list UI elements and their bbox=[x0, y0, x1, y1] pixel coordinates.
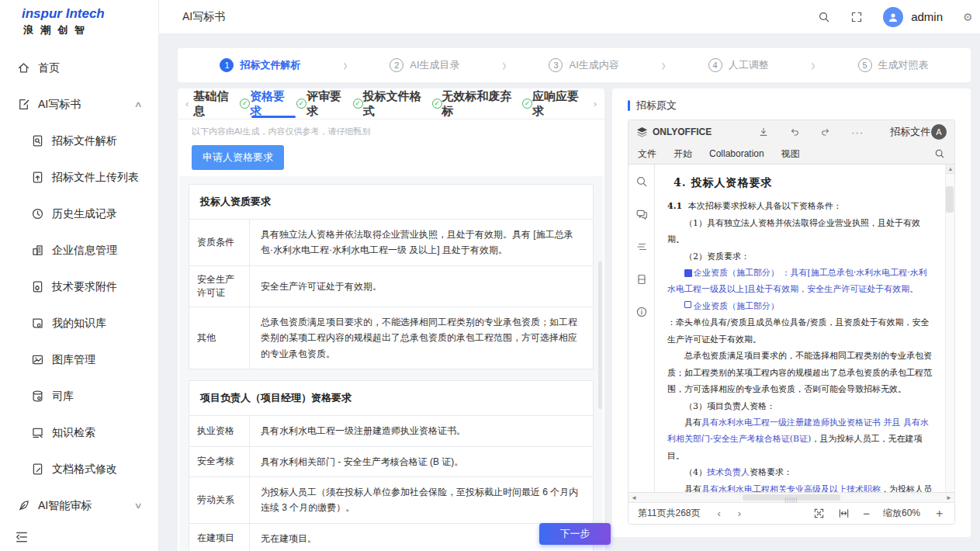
menu-item-1[interactable]: 文件 bbox=[638, 147, 656, 161]
tab-3[interactable]: 评审要求✓ bbox=[306, 88, 363, 120]
step-1[interactable]: 1招标文件解析 bbox=[220, 58, 300, 72]
sidebar-group-ai-bid-writing[interactable]: AI写标书 ∧ bbox=[0, 86, 158, 123]
tabs-scroll-left-icon[interactable]: ‹ bbox=[182, 98, 192, 109]
step-number: 3 bbox=[549, 58, 563, 72]
sidebar-item-home[interactable]: 首页 bbox=[0, 50, 158, 86]
doc-search-icon[interactable] bbox=[635, 175, 648, 188]
sidebar-group-label: AI写标书 bbox=[38, 98, 81, 112]
scroll-right-icon[interactable]: ► bbox=[944, 494, 954, 501]
home-icon bbox=[17, 61, 30, 75]
sidebar-item-4[interactable]: 企业信息管理 bbox=[0, 232, 158, 269]
zoom-controls: − 缩放60% ＋ bbox=[813, 506, 945, 521]
onlyoffice-brand: ONLYOFFICE bbox=[636, 126, 712, 138]
scrollbar-thumb[interactable] bbox=[946, 186, 954, 213]
sidebar-item-8[interactable]: 司库 bbox=[0, 378, 158, 414]
username[interactable]: admin bbox=[911, 10, 943, 23]
step-4[interactable]: 4人工调整 bbox=[708, 58, 769, 72]
doc-upload-icon bbox=[31, 171, 44, 184]
step-3[interactable]: 3AI生成内容 bbox=[549, 58, 618, 72]
zoom-out-icon[interactable]: − bbox=[863, 507, 870, 520]
tab-label: 投标文件格式 bbox=[363, 89, 431, 119]
zoom-level: 缩放60% bbox=[883, 507, 920, 520]
row-value: 为投标人员工（须在投标人单位参加社会保险，至投标截止时间最近 6 个月内连续 3… bbox=[250, 476, 594, 523]
hscroll-track[interactable]: |||||| bbox=[639, 493, 944, 502]
headings-nav-icon[interactable] bbox=[635, 241, 648, 253]
checked-checkbox-icon: ✓ bbox=[684, 269, 692, 277]
tab-2[interactable]: 资格要求✓ bbox=[250, 88, 306, 120]
tab-check-icon: ✓ bbox=[432, 99, 442, 109]
row-label: 执业资格 bbox=[189, 416, 250, 446]
book-search-icon bbox=[31, 317, 44, 330]
search-icon[interactable] bbox=[818, 11, 830, 23]
tabs-scroll-right-icon[interactable]: › bbox=[590, 98, 600, 109]
chevron-down-icon[interactable]: ∨ bbox=[133, 501, 142, 511]
tab-check-icon: ✓ bbox=[522, 99, 532, 109]
document-page[interactable]: 4. 投标人资格要求 4.1 本次招标要求投标人具备以下资格条件：（1）具有独立… bbox=[655, 165, 945, 492]
fullscreen-icon[interactable] bbox=[850, 11, 863, 23]
doc-horizontal-scrollbar[interactable]: ◄ |||||| ► bbox=[629, 492, 954, 502]
redo-icon[interactable] bbox=[820, 126, 831, 137]
download-icon[interactable] bbox=[758, 126, 769, 137]
doc-vertical-scrollbar[interactable]: ▲ bbox=[945, 165, 954, 492]
viewer-avatar[interactable]: A bbox=[931, 124, 947, 140]
step-label: AI生成目录 bbox=[410, 58, 459, 72]
comments-icon[interactable] bbox=[635, 208, 648, 220]
table-title: 项目负责人（项目经理）资格要求 bbox=[189, 381, 594, 416]
sidebar-submenu: 招标文件解析招标文件上传列表历史生成记录企业信息管理技术要求附件我的知识库图库管… bbox=[0, 123, 158, 487]
hscroll-thumb[interactable]: |||||| bbox=[743, 494, 840, 501]
menu-item-4[interactable]: 视图 bbox=[781, 147, 800, 161]
page-thumbnails-icon[interactable] bbox=[635, 273, 648, 286]
sidebar-item-label: 我的知识库 bbox=[52, 317, 106, 331]
zoom-in-icon[interactable]: ＋ bbox=[933, 506, 945, 521]
panel-title-row: 招标原文 bbox=[612, 88, 971, 120]
doc-text: 具有水利水电工程相关专业高级及以上技术职称 bbox=[701, 484, 881, 492]
applicant-qualification-button[interactable]: 申请人资格要求 bbox=[192, 145, 284, 170]
sidebar-collapse-icon[interactable] bbox=[14, 529, 29, 545]
sidebar-item-5[interactable]: 技术要求附件 bbox=[0, 269, 158, 305]
sidebar-item-10[interactable]: 文档格式修改 bbox=[0, 451, 158, 487]
tab-5[interactable]: 无效标和废弃标✓ bbox=[442, 88, 532, 120]
row-label: 劳动关系 bbox=[189, 476, 250, 523]
row-label: 在建项目 bbox=[189, 523, 250, 551]
sidebar-item-1[interactable]: 招标文件解析 bbox=[0, 123, 158, 159]
main-scrollbar[interactable] bbox=[598, 262, 602, 409]
prev-page-icon[interactable]: ‹ bbox=[717, 508, 720, 519]
sidebar-item-7[interactable]: 图库管理 bbox=[0, 341, 158, 378]
menu-item-3[interactable]: Collaboration bbox=[709, 148, 764, 159]
menu-item-2[interactable]: 开始 bbox=[674, 147, 692, 161]
next-page-icon[interactable]: › bbox=[738, 508, 741, 519]
viewer-menu: 文件开始Collaboration视图 bbox=[629, 144, 954, 165]
fit-page-icon[interactable] bbox=[813, 508, 825, 519]
doc-text: ：牵头单位具有/资质且成员单位具备/资质，且资质处于有效期，安全生产许可证处于有… bbox=[667, 317, 929, 344]
sidebar-group-ai-review[interactable]: AI智能审标 ∨ bbox=[0, 487, 158, 524]
sidebar-item-2[interactable]: 招标文件上传列表 bbox=[0, 159, 158, 196]
logo-text-en: inspur Intech bbox=[22, 6, 158, 22]
avatar[interactable] bbox=[883, 7, 903, 27]
fit-width-icon[interactable] bbox=[838, 508, 850, 519]
viewer-body: 4. 投标人资格要求 4.1 本次招标要求投标人具备以下资格条件：（1）具有独立… bbox=[629, 165, 954, 492]
tab-label: 基础信息 bbox=[193, 89, 238, 119]
next-step-button[interactable]: 下一步 bbox=[539, 523, 611, 545]
undo-icon[interactable] bbox=[789, 126, 800, 137]
gear-icon[interactable]: ⚙ bbox=[963, 11, 972, 23]
document-content: 4. 投标人资格要求 4.1 本次招标要求投标人具备以下资格条件：（1）具有独立… bbox=[667, 172, 934, 492]
more-options-icon[interactable]: ··· bbox=[851, 126, 864, 138]
tab-1[interactable]: 基础信息✓ bbox=[193, 88, 250, 120]
sidebar-item-3[interactable]: 历史生成记录 bbox=[0, 196, 158, 232]
info-icon[interactable] bbox=[635, 306, 648, 318]
sidebar-item-9[interactable]: 知识检索 bbox=[0, 414, 158, 451]
row-value: 具有水利相关部门 - 安全生产考核合格证 (B 证)。 bbox=[250, 446, 594, 476]
scroll-up-icon[interactable]: ▲ bbox=[946, 165, 955, 174]
scroll-left-icon[interactable]: ◄ bbox=[629, 494, 639, 501]
sidebar-item-6[interactable]: 我的知识库 bbox=[0, 305, 158, 341]
menu-search-icon[interactable] bbox=[934, 148, 945, 159]
chevron-up-icon[interactable]: ∧ bbox=[133, 99, 142, 109]
ai-disclaimer: 以下内容由AI生成，内容仅供参考，请仔细甄别 bbox=[178, 120, 604, 140]
step-5[interactable]: 5生成对照表 bbox=[858, 58, 929, 72]
step-2[interactable]: 2AI生成目录 bbox=[390, 58, 459, 72]
doc-search-icon bbox=[31, 134, 44, 147]
tab-label: 无效标和废弃标 bbox=[442, 89, 521, 119]
step-number: 4 bbox=[708, 58, 722, 72]
tab-6[interactable]: 应响应要求 bbox=[532, 88, 589, 120]
tab-4[interactable]: 投标文件格式✓ bbox=[363, 88, 442, 120]
